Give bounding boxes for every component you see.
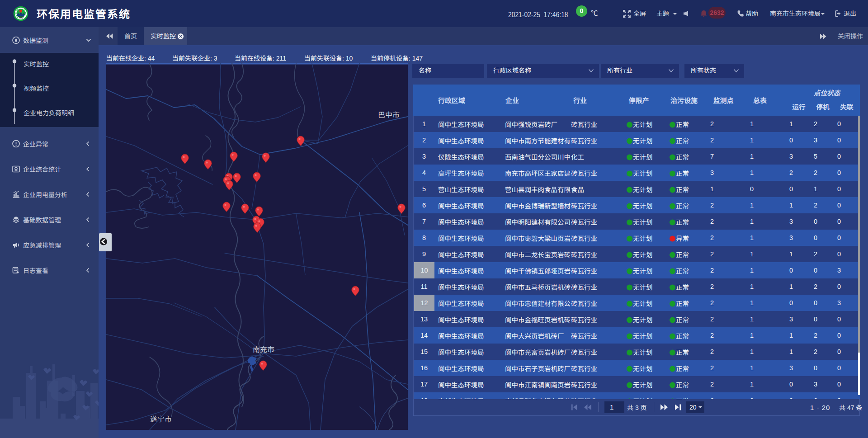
svg-text:巴中市: 巴中市 (378, 109, 400, 120)
svg-text:遂宁市: 遂宁市 (150, 413, 172, 424)
svg-text:南充市: 南充市 (253, 344, 274, 354)
